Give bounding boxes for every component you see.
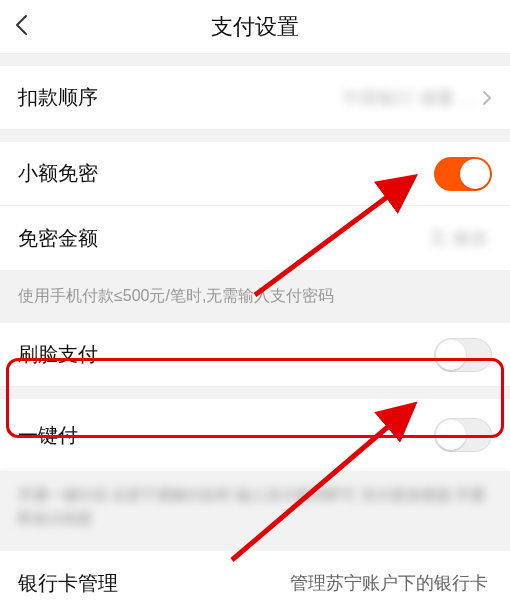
- row-label: 一键付: [18, 422, 434, 449]
- row-value: 管理苏宁账户下的银行卡: [290, 571, 488, 595]
- section-gap: [0, 130, 510, 142]
- row-small-password-free[interactable]: 小额免密: [0, 142, 510, 206]
- toggle-knob: [460, 159, 490, 189]
- hint-text: 使用手机付款≤500元/笔时,无需输入支付密码: [0, 270, 510, 323]
- row-label: 银行卡管理: [18, 570, 290, 597]
- toggle-knob: [436, 420, 466, 450]
- header: 支付设置: [0, 0, 510, 54]
- back-button[interactable]: [14, 14, 28, 40]
- chevron-left-icon: [14, 14, 28, 36]
- one-key-hint: 开通一键付后 在苏宁易购付款时 输入支付密码即可 支付更加便捷 开通即表示同意: [0, 471, 510, 551]
- row-one-key-pay[interactable]: 一键付: [0, 399, 510, 471]
- chevron-right-icon: [482, 90, 492, 106]
- toggle-small-password-free[interactable]: [434, 157, 492, 191]
- row-face-pay[interactable]: 刷脸支付: [0, 323, 510, 387]
- row-value: 中国银行 储蓄 …: [342, 86, 478, 110]
- row-label: 小额免密: [18, 160, 434, 187]
- row-deduction-order[interactable]: 扣款顺序 中国银行 储蓄 …: [0, 66, 510, 130]
- toggle-knob: [436, 340, 466, 370]
- row-free-amount[interactable]: 免密金额 无 修改: [0, 206, 510, 270]
- toggle-one-key-pay[interactable]: [434, 418, 492, 452]
- section-gap: [0, 54, 510, 66]
- row-label: 扣款顺序: [18, 84, 342, 111]
- toggle-face-pay[interactable]: [434, 338, 492, 372]
- row-value: 无 修改: [429, 226, 488, 250]
- row-label: 刷脸支付: [18, 341, 434, 368]
- row-label: 免密金额: [18, 225, 429, 252]
- row-bank-card-manage[interactable]: 银行卡管理 管理苏宁账户下的银行卡: [0, 551, 510, 601]
- section-gap: [0, 387, 510, 399]
- page-title: 支付设置: [0, 12, 510, 42]
